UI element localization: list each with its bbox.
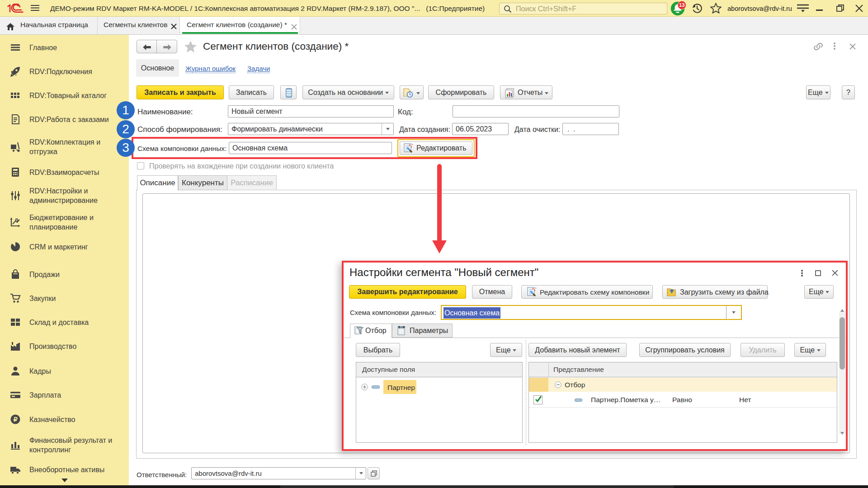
svg-text:₽: ₽: [16, 219, 18, 222]
svg-text:₽: ₽: [14, 416, 18, 423]
svg-text:13: 13: [679, 2, 685, 8]
